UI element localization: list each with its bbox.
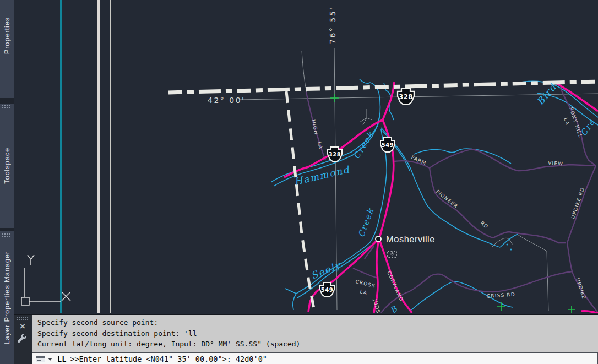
tab-toolspace-label: Toolspace xyxy=(3,148,11,184)
cross-la-label: CROSS xyxy=(355,279,376,289)
active-command-name: LL xyxy=(57,355,66,363)
svg-text:549: 549 xyxy=(321,287,333,293)
route-shield-549-south[interactable]: 549 xyxy=(320,282,334,297)
cross-la-suffix-label: LA xyxy=(360,289,368,296)
pioneer-rd-label: PIONEER xyxy=(435,189,459,209)
seely-creek-word-label: Creek xyxy=(356,207,376,238)
command-history: Specify second source point: Specify sec… xyxy=(32,315,598,352)
command-panel-grip-handle[interactable] xyxy=(17,317,28,320)
drawing-canvas[interactable]: 328 549 328 549 42° 00' 76° 55' Hammond … xyxy=(0,0,598,313)
wrench-icon-glyph xyxy=(17,333,27,343)
command-line-panel: × Specify second source point: Specify s… xyxy=(14,314,598,364)
command-prompt-icon[interactable] xyxy=(36,356,45,362)
command-history-line: Current lat/long unit: degree, Input: DD… xyxy=(37,339,598,350)
route-shield-328-north[interactable]: 328 xyxy=(398,88,414,105)
hammond-creek-word-label: Creek xyxy=(351,130,376,161)
pony-hill-la-suffix-label: LA xyxy=(563,117,570,126)
pony-hill-la-label: PONY HILL xyxy=(568,107,583,139)
svg-text:549: 549 xyxy=(382,142,394,148)
tab-layer-properties-manager-label: Layer Properties Manager xyxy=(3,251,11,345)
recent-commands-caret-icon[interactable] xyxy=(48,358,52,361)
town-marker-dot[interactable] xyxy=(376,236,381,242)
close-icon[interactable]: × xyxy=(17,321,28,332)
tab-properties[interactable]: Properties xyxy=(0,0,14,98)
tab-toolspace[interactable]: Toolspace xyxy=(0,104,14,228)
pioneer-rd-suffix-label: RD xyxy=(480,220,490,230)
svg-text:328: 328 xyxy=(329,151,341,157)
command-panel-icon-column: × xyxy=(14,315,32,352)
high-la-suffix-label: LA xyxy=(317,141,324,150)
command-history-line: Specify second source point: xyxy=(37,317,598,328)
creek-partial-label: B xyxy=(388,303,400,313)
tab-grip-icon xyxy=(2,233,10,237)
ucs-icon[interactable] xyxy=(21,255,70,305)
tab-layer-properties-manager[interactable]: Layer Properties Manager xyxy=(0,231,14,364)
town-label: Mosherville xyxy=(386,234,435,244)
command-history-line: Specify second destination point: 'll xyxy=(37,328,598,339)
high-la-label: HIGH xyxy=(311,119,319,135)
tab-properties-label: Properties xyxy=(3,17,11,54)
command-prompt-text: >>Enter latitude <N041° 35' 00.00">: 42d… xyxy=(70,355,267,363)
latitude-label: 42° 00' xyxy=(208,96,245,105)
svg-text:328: 328 xyxy=(399,93,413,101)
wrench-icon[interactable] xyxy=(17,333,28,344)
dashed-node-marker[interactable] xyxy=(388,251,396,257)
coryland-road-label: CORYLAND xyxy=(386,270,404,302)
tab-grip-icon xyxy=(2,105,10,108)
farm-road-label: FARM xyxy=(410,155,427,166)
command-input-line[interactable]: LL >>Enter latitude <N041° 35' 00.00">: … xyxy=(32,352,598,364)
longitude-label: 76° 55' xyxy=(328,7,337,44)
criss-rd-label: CRISS RD xyxy=(486,291,515,299)
palette-tab-strip: Properties Toolspace Layer Properties Ma… xyxy=(0,0,14,364)
autocad-window: 328 549 328 549 42° 00' 76° 55' Hammond … xyxy=(0,0,598,364)
view-road-label: VIEW xyxy=(548,160,564,166)
updike-south-label: UPDIKE xyxy=(575,278,587,301)
